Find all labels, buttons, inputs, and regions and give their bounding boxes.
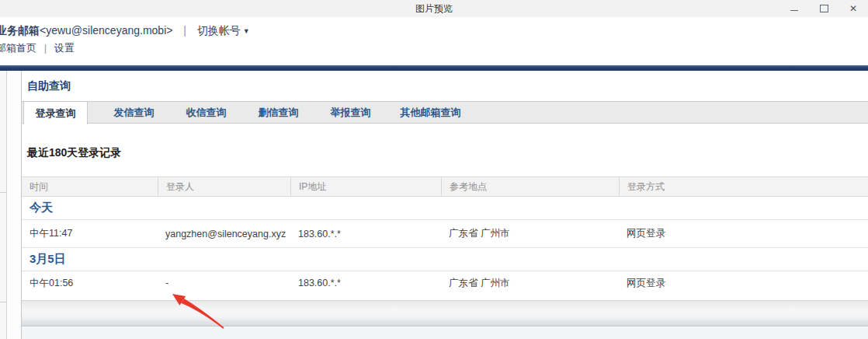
table-cell: 中午01:56 bbox=[22, 271, 158, 295]
close-icon: ✕ bbox=[849, 4, 857, 13]
account-links: 邮箱首页 | 设置 bbox=[0, 41, 75, 55]
divider bbox=[0, 302, 6, 302]
page-title: 自助查询 bbox=[27, 79, 71, 93]
tab-收信查询[interactable]: 收信查询 bbox=[170, 102, 242, 123]
column-header: 参考地点 bbox=[441, 177, 619, 196]
account-brand: 业务邮箱 bbox=[0, 24, 40, 37]
minimize-button[interactable] bbox=[779, 0, 809, 17]
column-header: 时间 bbox=[22, 177, 158, 196]
records-subtitle: 最近180天登录记录 bbox=[27, 146, 121, 160]
red-arrow-annotation bbox=[155, 288, 241, 339]
table-cell: 广东省 广州市 bbox=[441, 271, 619, 295]
column-header: IP地址 bbox=[290, 177, 441, 196]
divider: | bbox=[183, 24, 186, 37]
table-row: 中午01:56-183.60.*.*广东省 广州市网页登录 bbox=[22, 271, 868, 295]
left-edge-column bbox=[0, 71, 7, 339]
window-titlebar: 图片预览 ✕ bbox=[0, 0, 868, 18]
column-header: 登录方式 bbox=[619, 177, 868, 196]
divider bbox=[0, 192, 6, 193]
tab-发信查询[interactable]: 发信查询 bbox=[98, 102, 170, 123]
minimize-icon bbox=[790, 10, 798, 11]
page-bottom-area bbox=[22, 327, 868, 339]
date-group-header: 3月5日 bbox=[22, 248, 868, 271]
table-cell: 广东省 广州市 bbox=[441, 220, 619, 247]
chevron-down-icon[interactable]: ▼ bbox=[243, 27, 250, 35]
table-row: 中午11:47yangzhen@silenceyang.xyz183.60.*.… bbox=[22, 220, 868, 248]
self-query-panel: 自助查询 登录查询发信查询收信查询删信查询举报查询其他邮箱查询 最近180天登录… bbox=[22, 71, 868, 339]
date-group-header: 今天 bbox=[22, 197, 868, 220]
account-header: 业务邮箱<yewu@silenceyang.mobi> | 切换帐号▼ 邮箱首页… bbox=[0, 17, 868, 65]
mailbox-home-link[interactable]: 邮箱首页 bbox=[0, 42, 36, 54]
maximize-icon bbox=[820, 5, 828, 12]
navy-divider-bar bbox=[0, 65, 868, 71]
switch-account-link[interactable]: 切换帐号 bbox=[197, 24, 241, 37]
table-cell: 中午11:47 bbox=[22, 220, 158, 247]
close-button[interactable]: ✕ bbox=[838, 0, 868, 17]
table-cell: yangzhen@silenceyang.xyz bbox=[158, 220, 290, 247]
account-line: 业务邮箱<yewu@silenceyang.mobi> | 切换帐号▼ bbox=[0, 24, 250, 38]
column-header: 登录人 bbox=[158, 177, 290, 196]
tab-举报查询[interactable]: 举报查询 bbox=[314, 102, 387, 123]
table-cell: 网页登录 bbox=[619, 220, 868, 247]
account-email: <yewu@silenceyang.mobi> bbox=[40, 24, 172, 37]
table-cell: 183.60.*.* bbox=[290, 220, 441, 247]
table-cell: 183.60.*.* bbox=[290, 271, 441, 295]
query-tabbar: 登录查询发信查询收信查询删信查询举报查询其他邮箱查询 bbox=[22, 101, 868, 124]
window-controls: ✕ bbox=[779, 0, 868, 17]
tab-其他邮箱查询[interactable]: 其他邮箱查询 bbox=[387, 102, 474, 123]
divider: | bbox=[44, 42, 47, 54]
tab-删信查询[interactable]: 删信查询 bbox=[242, 102, 314, 123]
settings-link[interactable]: 设置 bbox=[54, 42, 75, 54]
body-area: 自助查询 登录查询发信查询收信查询删信查询举报查询其他邮箱查询 最近180天登录… bbox=[0, 71, 868, 339]
tab-登录查询[interactable]: 登录查询 bbox=[23, 101, 88, 124]
login-records-table: 时间登录人IP地址参考地点登录方式 今天中午11:47yangzhen@sile… bbox=[22, 176, 868, 295]
table-footer-bar bbox=[22, 300, 868, 327]
left-gutter-column bbox=[7, 71, 22, 339]
window-title: 图片预览 bbox=[0, 2, 868, 16]
table-body: 今天中午11:47yangzhen@silenceyang.xyz183.60.… bbox=[22, 197, 868, 295]
maximize-button[interactable] bbox=[809, 0, 838, 17]
table-cell: 网页登录 bbox=[619, 271, 868, 295]
table-header-row: 时间登录人IP地址参考地点登录方式 bbox=[22, 176, 868, 197]
